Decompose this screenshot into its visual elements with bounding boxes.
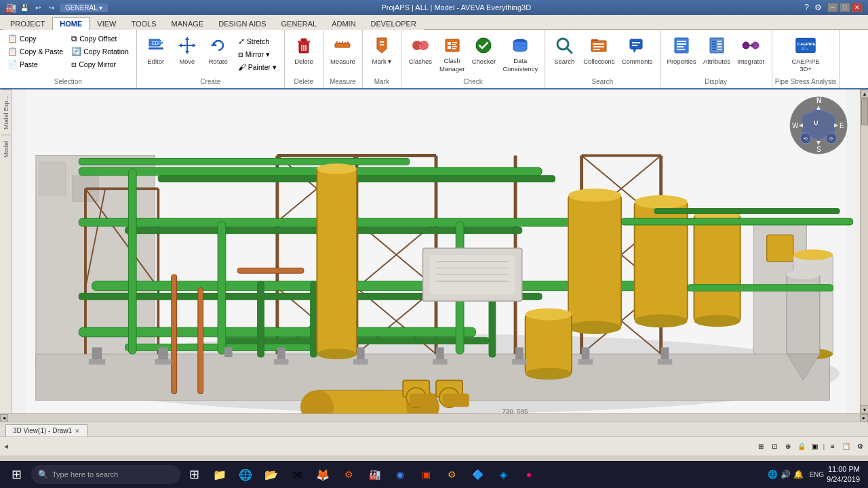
lock-icon[interactable]: 🔒 [796, 441, 807, 452]
scroll-up-button[interactable]: ▲ [861, 89, 868, 98]
model-explorer-tab[interactable]: Model Exp... [1, 89, 11, 135]
taskbar-app1[interactable]: ⚙ [336, 462, 361, 487]
start-button[interactable]: ⊞ [3, 462, 30, 487]
scroll-down-button[interactable]: ▼ [861, 405, 868, 413]
taskbar-explorer[interactable]: 📁 [208, 462, 232, 487]
caepipe-button[interactable]: CAEPIPE 3D+ CAEPIPE3D+ [787, 33, 825, 75]
navigation-cube[interactable]: N E S W U ⟳ ⟲ [788, 95, 849, 156]
stretch-button[interactable]: ⤢ Stretch [235, 35, 280, 47]
system-clock[interactable]: 11:00 PM 9/24/2019 [827, 464, 860, 485]
move-button[interactable]: Move [172, 33, 202, 75]
data-consistency-button[interactable]: DataConsistency [500, 33, 540, 75]
collections-button[interactable]: Collections [580, 33, 617, 75]
scroll-left-button[interactable]: ◄ [0, 414, 8, 422]
paste-button[interactable]: 📄 Paste [4, 58, 66, 70]
copy-mirror-button[interactable]: ⧈ Copy Mirror [68, 58, 132, 70]
taskbar-edge[interactable]: 🌐 [233, 462, 258, 487]
mark-button[interactable]: Mark ▾ [367, 33, 397, 75]
delete-label: Delete [294, 77, 313, 87]
left-panel: Model Exp... Model [0, 89, 12, 413]
mirror-button[interactable]: ⧈ Mirror ▾ [235, 48, 280, 60]
quick-undo-icon[interactable]: ↩ [33, 2, 43, 13]
tab-manage[interactable]: MANAGE [164, 17, 212, 30]
clash-manager-icon [441, 35, 463, 56]
tab-general[interactable]: GENERAL [274, 17, 325, 30]
quick-save-icon[interactable]: 💾 [19, 2, 30, 13]
status-collapse-button[interactable]: ◄ [3, 443, 9, 450]
taskbar-mail[interactable]: ✉ [285, 462, 309, 487]
tab-view[interactable]: VIEW [90, 17, 123, 30]
taskbar-app5[interactable]: 🔷 [465, 462, 490, 487]
ortho-toggle[interactable]: ⊕ [783, 441, 793, 452]
properties-button[interactable]: Properties [665, 33, 699, 75]
minimize-button[interactable]: – [827, 3, 838, 12]
copy-rotation-button[interactable]: 🔄 Copy Rotation [68, 45, 132, 58]
settings-icon[interactable]: ⚙ [814, 3, 822, 12]
scroll-track[interactable] [861, 98, 868, 405]
snap-toggle[interactable]: ⊡ [769, 441, 780, 452]
taskbar-folder[interactable]: 📂 [259, 462, 283, 487]
hscroll-track[interactable] [8, 415, 860, 422]
language-indicator[interactable]: ENG [809, 471, 824, 479]
tab-developer[interactable]: DEVELOPER [363, 17, 424, 30]
copy-icon: 📋 [7, 34, 18, 43]
taskbar-app6[interactable]: ◈ [491, 462, 515, 487]
tab-tools[interactable]: TOOLS [123, 17, 163, 30]
vertical-scrollbar[interactable]: ▲ ▼ [860, 89, 868, 413]
copy-offset-button[interactable]: ⧉ Copy Offset [68, 33, 132, 45]
clash-manager-button[interactable]: ClashManager [437, 33, 468, 75]
sound-icon[interactable]: 🔊 [781, 470, 791, 479]
maximize-button[interactable]: □ [840, 3, 850, 12]
tab-close-button[interactable]: ✕ [75, 428, 80, 434]
search-button[interactable]: Search [549, 33, 579, 75]
tab-admin[interactable]: ADMIN [324, 17, 363, 30]
checker-button[interactable]: Checker [469, 33, 498, 75]
taskbar-app3[interactable]: ▣ [414, 462, 438, 487]
help-icon[interactable]: ? [804, 3, 809, 12]
delete-button[interactable]: Delete [289, 33, 319, 75]
checker-icon [473, 35, 494, 56]
viewport-3d[interactable]: 730, 595 N E S W U [12, 89, 860, 413]
tab-project[interactable]: PROJECT [3, 17, 52, 30]
clashes-button[interactable]: ! Clashes [406, 33, 435, 75]
painter-button[interactable]: 🖌 Painter ▾ [235, 61, 280, 73]
ribbon-group-pipe-stress: CAEPIPE 3D+ CAEPIPE3D+ Pipe Stress Analy… [772, 30, 840, 88]
taskbar-task-view[interactable]: ⊞ [182, 462, 206, 487]
network-icon[interactable]: 🌐 [768, 470, 778, 479]
taskbar-chrome[interactable]: ◉ [388, 462, 412, 487]
model-icon[interactable]: ▣ [810, 441, 821, 452]
rotate-button[interactable]: Rotate [203, 33, 233, 75]
taskbar-firefox[interactable]: 🦊 [311, 462, 335, 487]
layers-icon[interactable]: ≡ [827, 441, 838, 452]
ribbon-group-mark: Mark ▾ Mark [363, 30, 401, 88]
quick-redo-icon[interactable]: ↪ [46, 2, 57, 13]
notifications-icon[interactable]: 🔔 [793, 470, 804, 479]
scroll-right-button[interactable]: ► [860, 414, 868, 422]
scroll-thumb[interactable] [861, 98, 868, 125]
svg-point-127 [317, 163, 357, 174]
taskbar-app4[interactable]: ⚙ [439, 462, 464, 487]
svg-text:W: W [792, 122, 799, 129]
tab-design-aids[interactable]: DESIGN AIDS [211, 17, 273, 30]
model-tab[interactable]: Model [1, 135, 11, 163]
integrator-button[interactable]: Integrator [734, 33, 768, 75]
tab-home[interactable]: HOME [52, 17, 90, 30]
close-button[interactable]: ✕ [852, 3, 863, 12]
taskbar-app2[interactable]: 🏭 [362, 462, 387, 487]
search-bar[interactable]: 🔍 Type here to search [31, 465, 180, 484]
properties-status-icon[interactable]: 📋 [841, 441, 852, 452]
editor-button[interactable]: EDIT Editor [141, 33, 171, 75]
ribbon-group-display: Properties Attributes [660, 30, 772, 88]
grid-toggle[interactable]: ⊞ [755, 441, 766, 452]
copy-button[interactable]: 📋 Copy [4, 33, 66, 45]
horizontal-scrollbar[interactable]: ◄ ► [0, 413, 868, 422]
comments-button[interactable]: Comments [619, 33, 656, 75]
measure-button[interactable]: Measure [328, 33, 358, 75]
view-tab-3d[interactable]: 3D View(1) - Draw1 ✕ [5, 424, 87, 436]
copy-paste-button[interactable]: 📋 Copy & Paste [4, 45, 66, 58]
general-dropdown[interactable]: GENERAL ▾ [60, 3, 108, 12]
taskbar-app7[interactable]: ● [517, 462, 541, 487]
attributes-button[interactable]: Attributes [701, 33, 733, 75]
ribbon-group-delete: Delete Delete [285, 30, 323, 88]
settings-status-icon[interactable]: ⚙ [854, 441, 865, 452]
